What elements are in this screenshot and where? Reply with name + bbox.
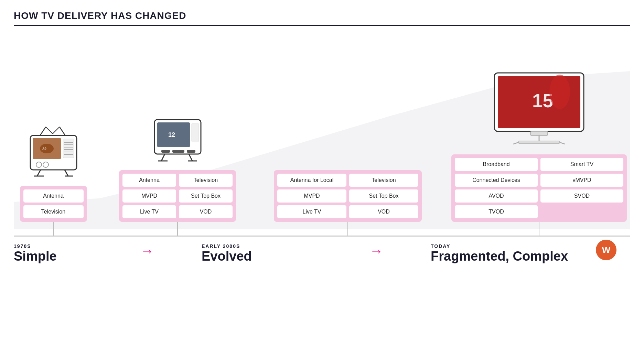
content-wrapper: 32 xyxy=(14,36,630,264)
item-livetv-mid: Live TV xyxy=(277,205,346,218)
tv-today-illustration: 15 xyxy=(491,71,587,148)
item-avod: AVOD xyxy=(455,189,538,203)
svg-line-31 xyxy=(161,154,165,161)
item-mvpd-2000s: MVPD xyxy=(122,189,176,203)
svg-text:32: 32 xyxy=(42,147,46,151)
svg-line-4 xyxy=(53,127,60,134)
tick-mid xyxy=(347,222,348,236)
item-antenna-1970s: Antenna xyxy=(23,189,84,203)
svg-line-43 xyxy=(513,142,518,144)
page: HOW TV DELIVERY HAS CHANGED xyxy=(0,0,644,349)
item-livetv-2000s: Live TV xyxy=(122,205,176,218)
tv-2000s-illustration: 12 xyxy=(151,113,204,164)
era-label-2000s: EARLY 2000s Evolved xyxy=(202,243,322,264)
era-labels: 1970s Simple → EARLY 2000s Evolved → TOD… xyxy=(14,243,630,264)
item-vod-2000s: VOD xyxy=(179,205,233,218)
item-mvpd-mid: MVPD xyxy=(277,189,346,203)
tick-2000s xyxy=(177,222,178,236)
tv-1970s-illustration: 32 xyxy=(25,125,82,180)
svg-line-3 xyxy=(46,127,53,134)
tv-today-svg: 15 xyxy=(491,71,587,147)
svg-rect-10 xyxy=(63,139,74,158)
svg-point-39 xyxy=(549,75,570,109)
svg-point-18 xyxy=(43,162,49,167)
era-1970s: 32 xyxy=(14,36,93,236)
tick-today xyxy=(539,222,539,236)
era-mid: Antenna for Local Television MVPD Set To… xyxy=(272,36,423,236)
era-today: 15 Broadband Smart TV xyxy=(448,36,630,236)
arrow-2-icon: → xyxy=(322,243,431,259)
era-1970s-group: Antenna Television xyxy=(20,186,87,222)
item-svod: SVOD xyxy=(540,189,623,203)
era-period-1970s: 1970s xyxy=(14,243,31,249)
item-vmvpd: vMVPD xyxy=(540,174,623,187)
item-connected-devices: Connected Devices xyxy=(455,174,538,187)
era-period-2000s: EARLY 2000s xyxy=(202,243,240,249)
svg-rect-30 xyxy=(187,150,195,153)
page-title: HOW TV DELIVERY HAS CHANGED xyxy=(14,10,630,21)
eras-container: 32 xyxy=(14,36,630,236)
tv-1970s-svg: 32 xyxy=(25,125,82,178)
era-name-today: Fragmented, Complex xyxy=(431,249,568,264)
item-antenna-2000s: Antenna xyxy=(122,174,176,187)
tick-1970s xyxy=(53,222,54,236)
title-underline xyxy=(14,25,630,26)
item-smart-tv: Smart TV xyxy=(540,158,623,171)
item-antenna-local-mid: Antenna for Local xyxy=(277,174,346,187)
svg-rect-42 xyxy=(518,141,560,144)
svg-point-8 xyxy=(40,144,54,153)
item-settopbox-mid: Set Top Box xyxy=(349,189,418,203)
item-television-1970s: Television xyxy=(23,205,84,218)
svg-rect-29 xyxy=(172,150,184,153)
era-today-group: Broadband Smart TV Connected Devices vMV… xyxy=(451,154,627,222)
era-label-1970s: 1970s Simple xyxy=(14,243,93,264)
svg-point-17 xyxy=(36,162,42,167)
svg-line-44 xyxy=(560,142,565,144)
svg-rect-27 xyxy=(192,123,198,142)
era-2000s: 12 Antenn xyxy=(117,36,238,236)
item-television-mid: Television xyxy=(349,174,418,187)
svg-line-20 xyxy=(65,170,68,176)
item-broadband: Broadband xyxy=(455,158,538,171)
era-label-today: TODAY Fragmented, Complex xyxy=(431,243,630,264)
era-name-1970s: Simple xyxy=(14,249,57,264)
item-vod-mid: VOD xyxy=(349,205,418,218)
svg-line-32 xyxy=(189,154,192,161)
item-settopbox-2000s: Set Top Box xyxy=(179,189,233,203)
item-tvod: TVOD xyxy=(455,205,538,218)
svg-text:12: 12 xyxy=(168,131,175,138)
timeline-line xyxy=(14,236,630,237)
arrow-1-icon: → xyxy=(93,243,202,259)
era-period-today: TODAY xyxy=(431,243,450,249)
era-name-2000s: Evolved xyxy=(202,249,252,264)
era-mid-group: Antenna for Local Television MVPD Set To… xyxy=(274,170,422,222)
arrow-2: → xyxy=(322,243,431,262)
svg-line-19 xyxy=(37,170,41,176)
svg-rect-40 xyxy=(530,131,548,135)
tv-2000s-svg: 12 xyxy=(151,113,204,163)
arrow-1: → xyxy=(93,243,202,262)
era-2000s-group: Antenna Television MVPD Set Top Box Live… xyxy=(119,170,236,222)
svg-rect-28 xyxy=(161,150,170,153)
item-television-2000s: Television xyxy=(179,174,233,187)
